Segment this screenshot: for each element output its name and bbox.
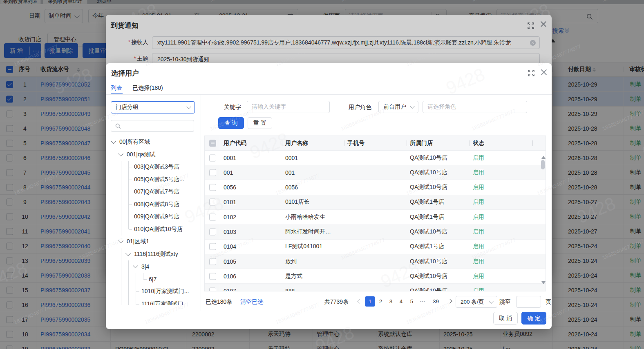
user-row[interactable]: 00010001QA测试10号店启用 [205, 151, 546, 165]
scrollbar-thumb[interactable] [541, 160, 545, 169]
tree-guide-line [121, 260, 121, 273]
tree-node[interactable]: 010|QA测试10号店 [111, 223, 197, 236]
user-row[interactable]: 001001QA测试10号店启用 [205, 165, 546, 180]
tree-node[interactable]: 00|所有区域 [111, 136, 197, 149]
row-checkbox[interactable] [209, 273, 216, 280]
selected-count: 已选180条 [206, 298, 232, 306]
chevron-down-icon[interactable] [111, 139, 116, 144]
tree-node-label[interactable]: 1116|1116测试xty [134, 251, 178, 258]
tree-node-label[interactable]: 6|7 [149, 276, 157, 282]
tree-node[interactable]: 6|7 [111, 273, 197, 286]
tree-node[interactable]: 3|4 [111, 260, 197, 273]
status-cell: 启用 [473, 198, 484, 206]
tree-node-label[interactable]: 009|QA测试9号店 [134, 213, 179, 220]
reset-button[interactable]: 重 置 [248, 117, 272, 129]
page-size-select[interactable]: 200 条/页 [456, 296, 497, 308]
tree-node[interactable]: 001|qa测试 [111, 149, 197, 161]
tree-node[interactable]: 009|QA测试9号店 [111, 211, 197, 223]
tree-node-label[interactable]: 005|QA测试5号店... [134, 176, 184, 183]
user-row[interactable]: 0103阿水打发时间开…QA测试10号店启用 [205, 225, 546, 240]
select-all-checkbox[interactable] [209, 140, 216, 147]
row-checkbox[interactable] [209, 229, 216, 236]
tree-node[interactable]: 1010|万家测试门... [111, 285, 197, 298]
page-number[interactable]: 2 [376, 296, 386, 307]
tab-list[interactable]: 列表 [111, 84, 122, 92]
close-icon[interactable] [541, 69, 547, 76]
group-type-select[interactable]: 门店分组 [111, 101, 195, 113]
tree-node[interactable]: 01|区域1 [111, 236, 197, 248]
user-row[interactable]: 00560056QA测试10号店启用 [205, 180, 546, 195]
chevron-down-icon[interactable] [118, 238, 123, 244]
page-number[interactable]: 39 [431, 296, 441, 307]
code-cell: 0105 [224, 258, 236, 265]
tab-selected[interactable]: 已选择(180) [132, 84, 163, 92]
chevron-down-icon[interactable] [118, 151, 123, 156]
tree-node-label[interactable]: 00|所有区域 [119, 138, 150, 146]
total-count: 共7739条 [324, 298, 349, 306]
next-page-button[interactable] [448, 296, 453, 307]
chevron-down-icon[interactable] [133, 263, 138, 269]
role-type-select[interactable]: 前台用户 [378, 101, 418, 113]
tree-node[interactable]: 008|QA测试8号店 [111, 198, 197, 211]
row-checkbox[interactable] [209, 199, 216, 206]
row-checkbox[interactable] [209, 288, 216, 291]
tabbar-divider [106, 94, 552, 95]
clear-selected-link[interactable]: 清空已选 [240, 298, 263, 306]
tree-node-label[interactable]: 1116|万家测试门 [141, 300, 183, 305]
page-current[interactable]: 1 [365, 296, 375, 307]
chevron-down-icon[interactable] [125, 251, 131, 256]
tree-search-input[interactable] [111, 120, 194, 132]
row-checkbox[interactable] [209, 258, 216, 265]
row-checkbox[interactable] [209, 184, 216, 191]
tree-guide-line [121, 198, 121, 211]
user-row[interactable]: 0105放到QA测试10号店启用 [205, 254, 546, 269]
cancel-button[interactable]: 取 消 [493, 312, 518, 325]
name-cell: 小雨哈哈哈发生 [285, 213, 325, 221]
page-number[interactable]: ••• [418, 296, 428, 307]
user-row[interactable]: 01010101店长QA测试1号店启用 [205, 195, 546, 210]
tree-node[interactable]: 1116|万家测试门 [111, 298, 197, 305]
row-checkbox[interactable] [209, 243, 216, 250]
name-cell: LF测试041001 [285, 243, 322, 250]
row-checkbox[interactable] [209, 169, 216, 176]
tree-node[interactable]: 005|QA测试5号店... [111, 173, 197, 186]
role-input[interactable]: 请选择角色 [423, 101, 527, 113]
prev-page-button[interactable] [356, 296, 361, 307]
tree-node[interactable]: 003|QA测试3号店 [111, 161, 197, 173]
tree-node-label[interactable]: 008|QA测试8号店 [134, 201, 179, 208]
page-number[interactable]: 4 [396, 296, 406, 307]
row-checkbox[interactable] [209, 154, 216, 161]
tree-connector [129, 180, 132, 180]
tree-node-label[interactable]: 1010|万家测试门... [141, 288, 189, 295]
tree-node-label[interactable]: 010|QA测试10号店 [134, 226, 183, 233]
row-checkbox[interactable] [209, 213, 216, 220]
status-cell: 启用 [473, 169, 484, 176]
tree-connector [129, 205, 132, 205]
page-number[interactable]: 3 [386, 296, 396, 307]
tree-node-label[interactable]: 007|QA测试7号店 [134, 188, 179, 196]
search-button[interactable]: 查 询 [218, 117, 244, 129]
tree-node-label[interactable]: 001|qa测试 [127, 151, 156, 158]
jump-page-input[interactable] [516, 296, 541, 308]
tree-node-label[interactable]: 003|QA测试3号店 [134, 163, 179, 171]
keyword-input[interactable]: 请输入关键字 [247, 101, 330, 113]
user-row[interactable]: 0107888QA测试10号店启用 [205, 284, 546, 291]
tree-node-label[interactable]: 3|4 [141, 263, 149, 270]
name-cell: 888 [285, 288, 295, 291]
chevron-down-icon [489, 299, 493, 303]
tree-node-label[interactable]: 01|区域1 [127, 238, 149, 245]
fullscreen-icon[interactable] [528, 70, 534, 76]
page-number[interactable]: 5 [407, 296, 417, 307]
code-cell: 0056 [224, 184, 236, 191]
user-row[interactable]: 0104LF测试041001QA测试1号店启用 [205, 240, 546, 254]
scroll-down-icon[interactable] [541, 281, 546, 286]
tree-node[interactable]: 1116|1116测试xty [111, 248, 197, 261]
tree-connector [128, 223, 129, 229]
confirm-button[interactable]: 确 定 [521, 312, 546, 325]
tree-node[interactable]: 007|QA测试7号店 [111, 186, 197, 198]
user-row[interactable]: 0106是方式QA测试10号店启用 [205, 269, 546, 284]
tree-guide-line [128, 298, 129, 305]
store-cell: QA测试10号店 [410, 258, 447, 265]
user-row[interactable]: 0102小雨哈哈哈发生QA测试1号店启用 [205, 210, 546, 225]
scroll-up-icon[interactable] [541, 154, 546, 159]
